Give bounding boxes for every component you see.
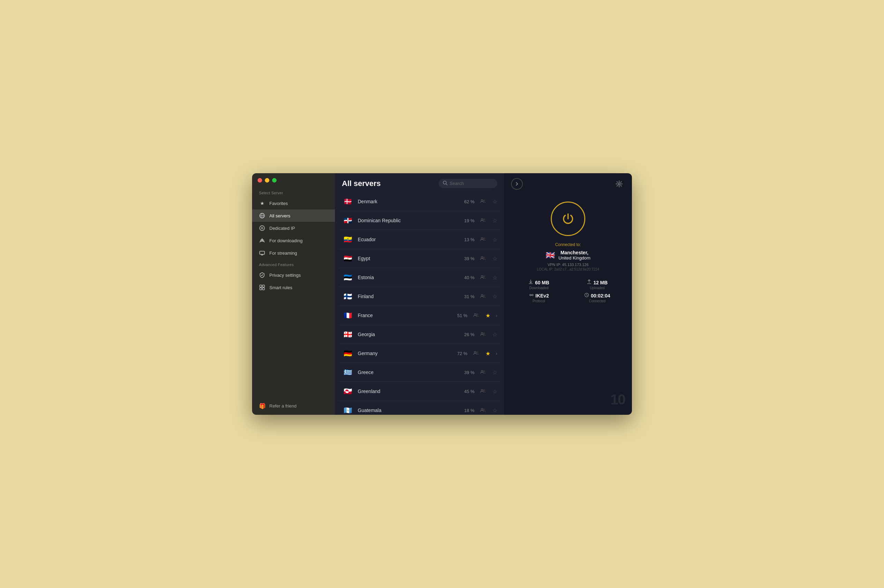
svg-point-37: [483, 409, 485, 410]
server-row[interactable]: 🇪🇪 Estonia 40 % ☆: [338, 268, 501, 287]
server-row[interactable]: 🇬🇪 Georgia 26 % ☆: [338, 325, 501, 344]
server-row[interactable]: 🇬🇱 Greenland 45 % ☆: [338, 382, 501, 401]
svg-point-23: [483, 276, 485, 277]
favorite-star[interactable]: ☆: [492, 255, 497, 262]
flag-icon: 🇬🇹: [342, 404, 353, 415]
flag-icon: 🇩🇴: [342, 214, 353, 226]
uploaded-value: 12 MB: [593, 280, 607, 285]
sidebar-item-downloading[interactable]: For downloading: [252, 234, 335, 247]
svg-point-32: [481, 370, 483, 372]
server-row[interactable]: 🇫🇮 Finland 31 % ☆: [338, 287, 501, 306]
logo-watermark: 10: [610, 391, 625, 408]
flag-icon: 🇫🇮: [342, 291, 353, 302]
svg-rect-9: [262, 285, 265, 287]
favorite-star[interactable]: ☆: [492, 407, 497, 414]
dedicated-ip-label: Dedicated IP: [269, 226, 295, 231]
sidebar-item-privacy[interactable]: Privacy settings: [252, 269, 335, 281]
country-name: Denmark: [358, 199, 460, 204]
sidebar-item-dedicated-ip[interactable]: Dedicated IP: [252, 222, 335, 234]
app-window: Select Server ★ Favorites All servers: [252, 173, 632, 415]
smart-rules-icon: [259, 284, 265, 291]
server-row[interactable]: 🇫🇷 France 51 % ★ ›: [338, 306, 501, 325]
svg-line-13: [446, 184, 448, 185]
settings-button[interactable]: [613, 178, 625, 190]
server-row[interactable]: 🇩🇴 Dominican Republic 19 % ☆: [338, 211, 501, 230]
upload-icon: [587, 279, 591, 285]
server-load: 39 %: [464, 370, 475, 375]
favorite-star[interactable]: ☆: [492, 369, 497, 376]
maximize-button[interactable]: [272, 178, 277, 183]
gift-icon: 🎁: [259, 403, 266, 409]
users-icon: [473, 351, 479, 356]
flag-icon: 🇬🇱: [342, 386, 353, 397]
local-ip: LOCAL IP: 2a02:c7...a2:512d:6e20:7224: [511, 267, 625, 271]
svg-point-34: [481, 390, 483, 391]
server-row[interactable]: 🇩🇰 Denmark 62 % ☆: [338, 192, 501, 211]
server-panel-title: All servers: [342, 179, 433, 188]
server-row[interactable]: 🇪🇬 Egypt 39 % ☆: [338, 249, 501, 268]
vpn-ip: VPN IP: 45.133.173.126: [511, 262, 625, 267]
close-button[interactable]: [258, 178, 262, 183]
server-load: 40 %: [464, 275, 475, 280]
server-load: 18 %: [464, 408, 475, 413]
favorite-star[interactable]: ☆: [492, 293, 497, 300]
svg-point-20: [481, 257, 483, 258]
users-icon: [480, 274, 486, 280]
flag-icon: 🇪🇬: [342, 253, 353, 264]
country-name: Germany: [358, 351, 453, 356]
sidebar-item-favorites[interactable]: ★ Favorites: [252, 197, 335, 210]
for-streaming-label: For streaming: [269, 250, 297, 256]
search-input[interactable]: [450, 181, 493, 186]
favorite-star[interactable]: ☆: [492, 274, 497, 281]
downloaded-value: 60 MB: [535, 280, 549, 285]
country-name: France: [358, 313, 453, 318]
country-name: Georgia: [358, 332, 460, 337]
expand-chevron[interactable]: ›: [496, 313, 497, 318]
right-top-bar: [504, 173, 632, 195]
server-load: 72 %: [457, 351, 468, 356]
time-value: 00:02:04: [591, 293, 610, 298]
favorite-star[interactable]: ☆: [492, 388, 497, 395]
refer-friend-item[interactable]: 🎁 Refer a friend: [259, 403, 328, 409]
server-row[interactable]: 🇩🇪 Germany 72 % ★ ›: [338, 344, 501, 363]
all-servers-icon: [259, 213, 265, 219]
sidebar-item-smart-rules[interactable]: Smart rules: [252, 281, 335, 294]
server-row[interactable]: 🇬🇹 Guatemala 18 % ☆: [338, 401, 501, 415]
server-load: 26 %: [464, 332, 475, 337]
sidebar: Select Server ★ Favorites All servers: [252, 173, 335, 415]
server-load: 62 %: [464, 199, 475, 204]
minimize-button[interactable]: [265, 178, 269, 183]
server-load: 19 %: [464, 218, 475, 223]
svg-rect-10: [260, 288, 262, 290]
search-box[interactable]: [439, 179, 497, 188]
server-row[interactable]: 🇪🇨 Ecuador 13 % ☆: [338, 230, 501, 249]
svg-point-18: [481, 238, 483, 240]
users-icon: [480, 370, 486, 375]
svg-point-16: [481, 219, 483, 220]
connected-label: Connected to:: [511, 242, 625, 247]
protocol-icon: [529, 292, 534, 298]
country-name: Greenland: [358, 388, 460, 394]
connected-country: United Kingdom: [558, 255, 591, 261]
favorite-star[interactable]: ☆: [492, 218, 497, 224]
time-stat: 00:02:04 Connected: [570, 292, 625, 303]
favorites-label: Favorites: [269, 201, 288, 206]
svg-point-15: [483, 200, 485, 201]
favorite-star[interactable]: ☆: [492, 236, 497, 243]
protocol-stat: IKEv2 Protocol: [511, 292, 567, 303]
favorite-star[interactable]: ☆: [492, 331, 497, 338]
server-row[interactable]: 🇬🇷 Greece 39 % ☆: [338, 363, 501, 382]
favorites-icon: ★: [259, 200, 265, 206]
favorite-star[interactable]: ☆: [492, 198, 497, 205]
sidebar-item-all-servers[interactable]: All servers: [252, 210, 335, 222]
flag-icon: 🇬🇪: [342, 328, 353, 340]
back-button[interactable]: [511, 178, 523, 190]
power-ring[interactable]: [551, 201, 585, 236]
favorite-star[interactable]: ★: [486, 312, 490, 319]
power-button[interactable]: [555, 206, 581, 231]
sidebar-item-streaming[interactable]: For streaming: [252, 247, 335, 259]
users-icon: [480, 218, 486, 223]
svg-rect-8: [260, 285, 262, 287]
favorite-star[interactable]: ★: [486, 350, 490, 357]
expand-chevron[interactable]: ›: [496, 351, 497, 356]
